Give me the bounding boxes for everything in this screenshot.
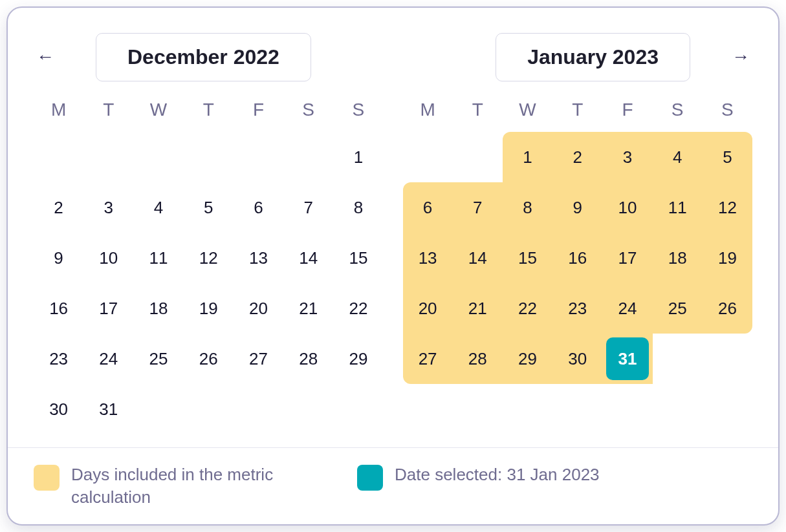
day-included[interactable]: 30: [552, 334, 602, 384]
month-right: January 2023 → MTWTFSS 12345678910111213…: [403, 34, 753, 434]
day-number: 27: [249, 349, 268, 369]
day[interactable]: 11: [133, 233, 183, 283]
day[interactable]: 4: [133, 182, 183, 233]
day-selected[interactable]: 31: [602, 334, 652, 384]
month-header-right: January 2023 →: [403, 34, 753, 80]
day[interactable]: 5: [184, 182, 234, 233]
day-included[interactable]: 9: [552, 182, 602, 233]
day-included[interactable]: 26: [703, 283, 752, 334]
day-number: 14: [299, 248, 318, 268]
day-included[interactable]: 1: [503, 132, 552, 182]
day[interactable]: 25: [133, 334, 183, 384]
day[interactable]: 23: [34, 334, 83, 384]
day-included[interactable]: 5: [703, 132, 752, 182]
next-month-button[interactable]: →: [729, 45, 752, 69]
day-included[interactable]: 25: [653, 283, 703, 334]
day[interactable]: 13: [234, 233, 283, 283]
legend: Days included in the metric calculation …: [8, 447, 778, 526]
day-included[interactable]: 22: [503, 283, 552, 334]
day-number: 13: [419, 248, 437, 268]
day[interactable]: 17: [83, 283, 133, 334]
day[interactable]: 10: [83, 233, 133, 283]
day-number: 17: [99, 299, 118, 319]
day-number: 19: [199, 299, 218, 319]
day-included[interactable]: 29: [503, 334, 552, 384]
day-number: 11: [668, 198, 687, 218]
day-included[interactable]: 12: [703, 182, 752, 233]
day-included[interactable]: 18: [653, 233, 703, 283]
day-number: 26: [199, 349, 218, 369]
day-included[interactable]: 17: [602, 233, 652, 283]
day-number: 17: [618, 248, 637, 268]
legend-included: Days included in the metric calculation: [34, 463, 305, 509]
day-included[interactable]: 13: [403, 233, 453, 283]
day[interactable]: 16: [34, 283, 83, 334]
day-included[interactable]: 11: [653, 182, 703, 233]
day[interactable]: 14: [283, 233, 333, 283]
day-included[interactable]: 6: [403, 182, 453, 233]
day-number: 13: [249, 248, 268, 268]
day-number: 5: [204, 198, 213, 218]
month-title-right[interactable]: January 2023: [496, 33, 690, 81]
day-number: 7: [473, 198, 482, 218]
day[interactable]: 19: [184, 283, 234, 334]
day[interactable]: 28: [283, 334, 333, 384]
day[interactable]: 9: [34, 233, 83, 283]
legend-text-included: Days included in the metric calculation: [71, 463, 305, 509]
day[interactable]: 20: [234, 283, 283, 334]
day-included[interactable]: 24: [602, 283, 652, 334]
day-number: 25: [149, 349, 168, 369]
day-included[interactable]: 2: [552, 132, 602, 182]
day-empty: [453, 132, 503, 182]
day[interactable]: 29: [333, 334, 383, 384]
day[interactable]: 27: [234, 334, 283, 384]
weekday-label: S: [333, 96, 383, 124]
day[interactable]: 24: [83, 334, 133, 384]
day-empty: [184, 132, 234, 182]
legend-selected: Date selected: 31 Jan 2023: [357, 463, 600, 491]
day-number: 1: [354, 147, 363, 167]
day[interactable]: 6: [234, 182, 283, 233]
day[interactable]: 3: [83, 182, 133, 233]
day-included[interactable]: 27: [403, 334, 453, 384]
day[interactable]: 7: [283, 182, 333, 233]
day-included[interactable]: 20: [403, 283, 453, 334]
day-included[interactable]: 23: [552, 283, 602, 334]
day[interactable]: 31: [83, 384, 133, 434]
day-included[interactable]: 3: [602, 132, 652, 182]
day[interactable]: 18: [133, 283, 183, 334]
day-included[interactable]: 28: [453, 334, 503, 384]
day-number: 9: [573, 198, 582, 218]
day-number: 15: [349, 248, 367, 268]
weekday-label: S: [703, 96, 752, 124]
day[interactable]: 8: [333, 182, 383, 233]
day[interactable]: 26: [184, 334, 234, 384]
day[interactable]: 2: [34, 182, 83, 233]
day[interactable]: 12: [184, 233, 234, 283]
day-included[interactable]: 10: [602, 182, 652, 233]
day-included[interactable]: 14: [453, 233, 503, 283]
day[interactable]: 15: [333, 233, 383, 283]
day-number: 15: [518, 248, 537, 268]
day-number: 6: [254, 198, 263, 218]
day-number: 26: [718, 299, 737, 319]
day-included[interactable]: 7: [453, 182, 503, 233]
day-number: 31: [618, 349, 637, 369]
day-included[interactable]: 4: [653, 132, 703, 182]
day-included[interactable]: 21: [453, 283, 503, 334]
day-included[interactable]: 15: [503, 233, 552, 283]
legend-swatch-selected: [357, 465, 383, 491]
day-number: 10: [618, 198, 637, 218]
day-included[interactable]: 19: [703, 233, 752, 283]
prev-month-button[interactable]: ←: [34, 45, 57, 69]
day[interactable]: 30: [34, 384, 83, 434]
day-included[interactable]: 16: [552, 233, 602, 283]
day[interactable]: 1: [333, 132, 383, 182]
arrow-left-icon: ←: [36, 47, 54, 67]
weekday-label: W: [133, 96, 183, 124]
day-number: 12: [199, 248, 218, 268]
month-title-left[interactable]: December 2022: [96, 33, 311, 81]
day-included[interactable]: 8: [503, 182, 552, 233]
day[interactable]: 22: [333, 283, 383, 334]
day[interactable]: 21: [283, 283, 333, 334]
